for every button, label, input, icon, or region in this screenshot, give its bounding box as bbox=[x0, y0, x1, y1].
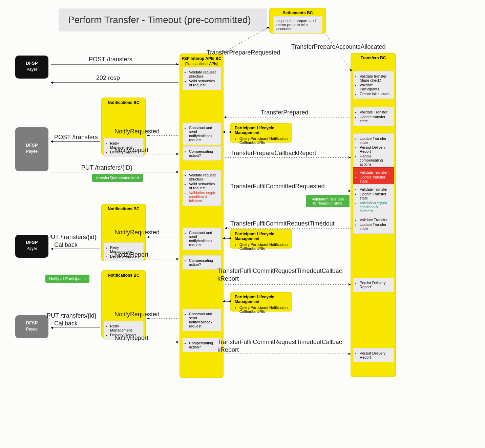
label-notifyrep-3: NotifyReport bbox=[114, 335, 148, 342]
label-notifyrep-2: NotifyReport bbox=[114, 251, 148, 258]
label-tpreq: TransferPrepareRequested bbox=[207, 49, 280, 56]
label-tfc-timeout: TransferFulfilCommitRequestTimedout bbox=[230, 220, 335, 227]
dfsp-role: Payee bbox=[26, 149, 38, 154]
label-post-transfers-2: POST /transfers bbox=[54, 134, 98, 141]
settlements-title: Settlements BC bbox=[270, 8, 325, 16]
fsp-construct-3: Construct and send notify/callback reque… bbox=[183, 309, 221, 331]
settlements-body-card: Inspect the prepare and return prepare w… bbox=[273, 16, 322, 33]
label-tfc-timeout-cb1a: TransferFulfilCommitRequestTimedoutCallb… bbox=[217, 268, 342, 275]
label-put-transfers-id-3a: PUT /transfers/{id} bbox=[47, 312, 97, 319]
dfsp-label: DFSP bbox=[26, 61, 38, 66]
plm-3: Participant Lifecycle Management Query P… bbox=[230, 292, 292, 312]
label-notifyrep-1: NotifyReport bbox=[114, 147, 148, 154]
label-post-transfers-1: POST /transfers bbox=[89, 56, 132, 63]
transfers-b1: Validate transfer (dupe check)Validate P… bbox=[353, 71, 394, 99]
fsp-construct-1: Construct and send notify/callback reque… bbox=[183, 123, 221, 145]
fsp-comp-3: Compensating action? bbox=[183, 338, 221, 352]
label-put-transfers-id-2a: PUT /transfers/{id} bbox=[47, 234, 97, 241]
transfers-b3: Update Transfer statePersist Delivery Re… bbox=[353, 133, 394, 169]
dfsp-payee-bottom: DFSP Payee bbox=[15, 315, 48, 338]
label-tfc-timeout-cb2a: TransferFulfilCommitRequestTimedoutCallb… bbox=[217, 339, 342, 346]
label-callback-2: Callback bbox=[54, 320, 78, 327]
fsp-subtitle: (Transactional APIs) bbox=[180, 62, 223, 66]
dfsp-role: Payee bbox=[26, 327, 38, 332]
settlements-body: Inspect the prepare and return prepare w… bbox=[276, 19, 316, 31]
fsp-validate-2: Validate request structureValid semantic… bbox=[183, 170, 221, 206]
dfsp-label: DFSP bbox=[26, 240, 38, 245]
plm-2: Participant Lifecycle Management Query P… bbox=[230, 229, 292, 249]
fsp-validate-1: Validate request structureValid semantic… bbox=[183, 67, 221, 90]
label-put-transfers-id: PUT /transfers/{ID} bbox=[81, 164, 132, 171]
label-tfcreq: TransferFulfilCommittedRequested bbox=[230, 183, 324, 190]
transfers-b4: Validate TransferUpdate Transfer stateVa… bbox=[353, 184, 394, 216]
transfers-persist-2: Persist Delivery Report bbox=[353, 348, 394, 362]
dfsp-payee-top: DFSP Payee bbox=[15, 127, 48, 171]
fsp-comp-2: Compensating action? bbox=[183, 255, 221, 270]
svg-line-10 bbox=[325, 34, 352, 71]
green-committed: transferState=committed bbox=[92, 174, 143, 182]
fsp-construct-2: Construct and send notify/callback reque… bbox=[183, 228, 221, 250]
transfers-b2: Validate TransferUpdate transfer state bbox=[353, 107, 394, 126]
label-notifyreq-3: NotifyRequested bbox=[114, 311, 160, 318]
dfsp-role: Payer bbox=[26, 67, 37, 72]
label-tpalloc: TransferPrepareAccountsAllocated bbox=[291, 43, 385, 50]
dfsp-payer-bottom: DFSP Payer bbox=[15, 235, 48, 258]
dfsp-label: DFSP bbox=[26, 320, 38, 325]
dfsp-payer-top: DFSP Payer bbox=[15, 56, 48, 79]
fsp-comp-1: Compensating action? bbox=[183, 146, 221, 161]
label-callback-1: Callback bbox=[54, 241, 78, 249]
plm-1: Participant Lifecycle Management Query P… bbox=[230, 123, 292, 143]
green-timeout: Validation fails due to "timeout" state bbox=[306, 195, 350, 207]
transfers-title: Transfers BC bbox=[351, 54, 395, 61]
label-tfc-timeout-cb1b: kReport bbox=[217, 275, 239, 282]
green-notify-all: Notify all Participants bbox=[45, 275, 89, 283]
transfers-b5: Validate TransferUpdate Transfer state bbox=[353, 215, 394, 234]
label-tpcallback: TransferPrepareCallbackReport bbox=[230, 150, 316, 157]
dfsp-label: DFSP bbox=[26, 143, 38, 148]
transfers-persist-1: Persist Delivery Report bbox=[353, 278, 394, 292]
label-notifyreq-2: NotifyRequested bbox=[114, 229, 160, 236]
transfers-b-red: Validate TransferUpdate transfer state bbox=[353, 167, 394, 186]
label-tfc-timeout-cb2b: kReport bbox=[217, 346, 239, 354]
page-title: Perform Transfer - Timeout (pre-committe… bbox=[59, 8, 267, 31]
dfsp-role: Payer bbox=[26, 246, 37, 251]
label-202-resp: 202 resp bbox=[96, 74, 120, 82]
label-tprepared: TransferPrepared bbox=[261, 109, 308, 116]
label-notifyreq-1: NotifyRequested bbox=[114, 128, 160, 135]
